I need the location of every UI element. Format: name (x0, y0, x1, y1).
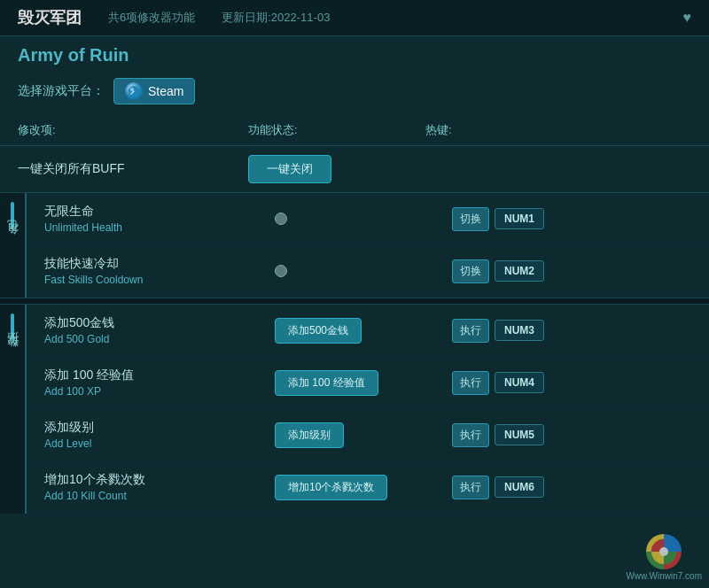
feature-hotkey: 切换 NUM1 (452, 207, 691, 231)
feature-names: 添加级别 Add Level (44, 420, 275, 450)
action-button[interactable]: 添加500金钱 (275, 318, 362, 344)
feature-status: 添加 100 经验值 (275, 370, 452, 396)
steam-icon (125, 82, 143, 100)
feature-name-cn: 添加500金钱 (44, 315, 275, 331)
hotkey-key: NUM1 (495, 208, 544, 229)
feature-status (275, 265, 452, 277)
feature-name-en: Add 100 XP (44, 385, 275, 398)
hotkey-type: 切换 (452, 259, 489, 283)
watermark: Www.Winwin7.com (626, 534, 702, 581)
hotkey-type: 执行 (452, 423, 489, 447)
feature-status: 增加10个杀戮次数 (275, 475, 452, 500)
table-row: 无限生命 Unlimited Health 切换 NUM1 (27, 193, 709, 245)
data-side-tab: 数据 (0, 305, 27, 514)
feature-hotkey: 执行 NUM6 (452, 476, 691, 499)
action-button[interactable]: 增加10个杀戮次数 (275, 475, 387, 500)
column-headers: 修改项: 功能状态: 热键: (0, 115, 709, 146)
svg-point-1 (130, 88, 134, 91)
feature-name-en: Unlimited Health (44, 221, 275, 234)
feature-status: 添加级别 (275, 422, 452, 448)
svg-point-3 (659, 547, 668, 556)
character-tab-icon (11, 202, 14, 228)
toggle-circle[interactable] (275, 213, 287, 225)
hotkey-key: NUM3 (495, 320, 544, 341)
hotkey-type: 切换 (452, 207, 489, 231)
character-section-content: 无限生命 Unlimited Health 切换 NUM1 技能快速冷却 Fas… (27, 193, 709, 298)
table-row: 技能快速冷却 Fast Skills Cooldown 切换 NUM2 (27, 245, 709, 298)
hotkey-type: 执行 (452, 319, 489, 343)
feature-name-cn: 无限生命 (44, 204, 275, 220)
hotkey-key: NUM2 (495, 260, 544, 282)
platform-selector-row: 选择游戏平台： Steam (0, 71, 709, 112)
feature-name-cn: 添加 100 经验值 (44, 368, 275, 383)
action-button[interactable]: 添加级别 (275, 422, 344, 448)
feature-name-cn: 技能快速冷却 (44, 256, 275, 272)
feature-name-cn: 添加级别 (44, 420, 275, 436)
favorite-icon[interactable]: ♥ (683, 10, 692, 26)
col-status-header: 功能状态: (248, 122, 425, 138)
oneclick-button[interactable]: 一键关闭 (248, 155, 331, 183)
oneclick-label: 一键关闭所有BUFF (18, 161, 248, 177)
steam-label: Steam (148, 84, 183, 98)
oneclick-row: 一键关闭所有BUFF 一键关闭 (0, 146, 709, 193)
features-count: 共6项修改器功能 (108, 10, 195, 26)
toggle-circle[interactable] (275, 265, 287, 277)
feature-name-en: Add 10 Kill Count (44, 490, 275, 502)
character-tab-label: 角色 (4, 237, 20, 244)
feature-names: 增加10个杀戮次数 Add 10 Kill Count (44, 472, 275, 502)
steam-button[interactable]: Steam (113, 78, 195, 104)
data-tab-icon (11, 313, 14, 340)
watermark-text: Www.Winwin7.com (626, 571, 702, 581)
feature-status: 添加500金钱 (275, 318, 452, 344)
hotkey-key: NUM5 (495, 424, 544, 445)
feature-name-cn: 增加10个杀戮次数 (44, 472, 275, 488)
table-row: 添加 100 经验值 Add 100 XP 添加 100 经验值 执行 NUM4 (27, 357, 709, 409)
feature-name-en: Fast Skills Cooldown (44, 274, 275, 286)
feature-name-en: Add Level (44, 437, 275, 450)
section-separator (0, 298, 709, 305)
feature-names: 添加500金钱 Add 500 Gold (44, 315, 275, 345)
update-date: 更新日期:2022-11-03 (222, 10, 330, 26)
data-section-content: 添加500金钱 Add 500 Gold 添加500金钱 执行 NUM3 添加 … (27, 305, 709, 514)
app-header: 毁灭军团 共6项修改器功能 更新日期:2022-11-03 ♥ (0, 0, 709, 36)
hotkey-key: NUM4 (495, 372, 544, 393)
table-row: 增加10个杀戮次数 Add 10 Kill Count 增加10个杀戮次数 执行… (27, 461, 709, 514)
data-section: 数据 添加500金钱 Add 500 Gold 添加500金钱 执行 NUM3 … (0, 305, 709, 514)
data-tab-label: 数据 (4, 349, 20, 356)
col-mod-header: 修改项: (18, 122, 248, 138)
feature-names: 技能快速冷却 Fast Skills Cooldown (44, 256, 275, 286)
game-subtitle: Army of Ruin (0, 36, 709, 71)
hotkey-key: NUM6 (495, 476, 544, 498)
feature-hotkey: 切换 NUM2 (452, 259, 691, 283)
app-title: 毁灭军团 (18, 7, 82, 28)
feature-hotkey: 执行 NUM3 (452, 319, 691, 343)
character-section: 角色 无限生命 Unlimited Health 切换 NUM1 技能快速冷却 … (0, 193, 709, 298)
hotkey-type: 执行 (452, 476, 489, 499)
watermark-logo-icon (646, 534, 682, 569)
feature-names: 添加 100 经验值 Add 100 XP (44, 368, 275, 398)
feature-name-en: Add 500 Gold (44, 333, 275, 345)
table-row: 添加级别 Add Level 添加级别 执行 NUM5 (27, 409, 709, 461)
col-hotkey-header: 热键: (425, 122, 691, 138)
feature-hotkey: 执行 NUM5 (452, 423, 691, 447)
table-row: 添加500金钱 Add 500 Gold 添加500金钱 执行 NUM3 (27, 305, 709, 357)
feature-hotkey: 执行 NUM4 (452, 371, 691, 395)
action-button[interactable]: 添加 100 经验值 (275, 370, 378, 396)
feature-status (275, 213, 452, 225)
feature-names: 无限生命 Unlimited Health (44, 204, 275, 234)
character-side-tab: 角色 (0, 193, 27, 298)
platform-label: 选择游戏平台： (18, 83, 105, 99)
hotkey-type: 执行 (452, 371, 489, 395)
